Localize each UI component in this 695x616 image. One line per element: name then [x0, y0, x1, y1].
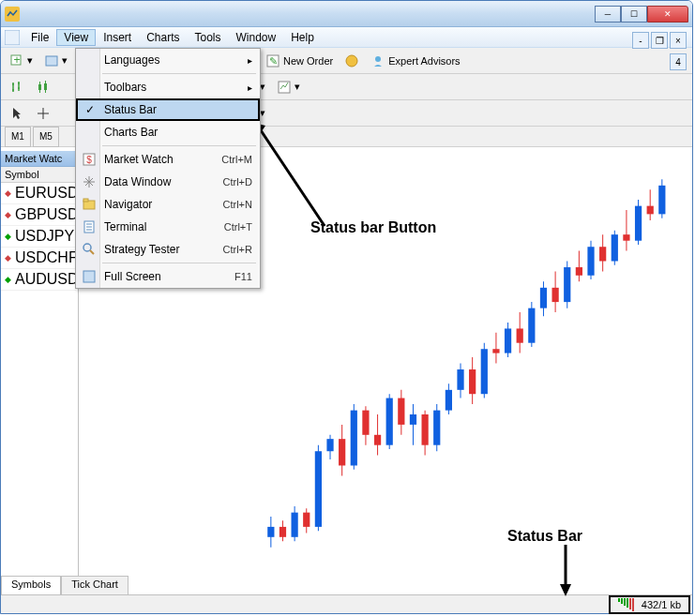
- svg-rect-23: [280, 527, 286, 537]
- svg-rect-12: [279, 82, 290, 93]
- candlestick-button[interactable]: [31, 77, 55, 98]
- menu-full-screen-label: Full Screen: [104, 270, 161, 283]
- view-dropdown: Languages ▸ Toolbars ▸ ✓ Status Bar Char…: [75, 48, 261, 289]
- menu-full-screen[interactable]: Full Screen F11: [76, 265, 260, 288]
- svg-text:✎: ✎: [269, 55, 278, 67]
- menu-status-bar-label: Status Bar: [104, 103, 157, 116]
- svg-rect-43: [398, 398, 404, 425]
- annotation-arrow-1: [254, 123, 348, 235]
- menu-market-watch[interactable]: $ Market Watch Ctrl+M: [76, 148, 260, 171]
- menu-charts-bar[interactable]: Charts Bar: [76, 121, 260, 143]
- bar-chart-button[interactable]: [5, 77, 29, 98]
- menu-insert[interactable]: Insert: [96, 29, 139, 46]
- svg-rect-39: [374, 435, 381, 445]
- menu-toolbars[interactable]: Toolbars ▸: [76, 76, 260, 98]
- menu-toolbars-label: Toolbars: [104, 81, 146, 94]
- direction-icon: ◆: [5, 188, 11, 198]
- menu-navigator-label: Navigator: [104, 198, 152, 211]
- menu-terminal[interactable]: Terminal Ctrl+T: [76, 216, 260, 238]
- symbol-row[interactable]: ◆USDCHF: [1, 248, 76, 269]
- child-restore-button[interactable]: ❐: [651, 32, 668, 49]
- svg-rect-9: [38, 84, 41, 90]
- profiles-button[interactable]: ▾: [39, 51, 72, 71]
- symbol-column-header[interactable]: Symbol: [1, 167, 76, 183]
- menu-file[interactable]: File: [23, 29, 56, 46]
- window-minimize-button[interactable]: ─: [595, 6, 621, 23]
- app-window: ─ ☐ ✕ File View Insert Charts Tools Wind…: [0, 0, 693, 614]
- metaquotes-button[interactable]: [340, 51, 364, 71]
- svg-point-7: [346, 55, 357, 67]
- menu-tools[interactable]: Tools: [188, 29, 229, 46]
- direction-icon: ◆: [5, 275, 11, 284]
- market-watch-icon: $: [82, 152, 97, 167]
- svg-rect-63: [517, 328, 523, 342]
- new-order-button[interactable]: ✎New Order: [261, 51, 338, 71]
- svg-text:+: +: [13, 53, 20, 67]
- menu-status-bar[interactable]: ✓ Status Bar: [76, 98, 260, 121]
- menu-navigator[interactable]: Navigator Ctrl+N: [76, 193, 260, 216]
- window-close-button[interactable]: ✕: [647, 6, 688, 23]
- svg-rect-85: [647, 206, 654, 215]
- notification-badge[interactable]: 4: [670, 53, 687, 70]
- svg-rect-81: [623, 234, 629, 241]
- cursor-button[interactable]: [5, 103, 29, 124]
- symbol-row[interactable]: ◆AUDUSD: [1, 269, 76, 291]
- svg-rect-29: [315, 451, 322, 527]
- svg-rect-4: [46, 56, 57, 66]
- app-menu-icon: [5, 30, 20, 45]
- symbol-name: USDJPY: [15, 228, 74, 245]
- menu-window[interactable]: Window: [229, 29, 284, 46]
- menu-charts-bar-label: Charts Bar: [104, 126, 158, 139]
- direction-icon: ◆: [5, 210, 11, 219]
- new-chart-button[interactable]: +▾: [5, 51, 38, 71]
- menu-view[interactable]: View: [56, 29, 96, 46]
- connection-status[interactable]: 432/1 kb: [609, 595, 690, 614]
- expert-advisors-button[interactable]: Expert Advisors: [366, 51, 464, 71]
- templates-button[interactable]: ▾: [272, 77, 305, 98]
- svg-rect-61: [505, 328, 511, 353]
- traffic-label: 432/1 kb: [642, 599, 681, 610]
- symbol-row[interactable]: ◆USDJPY: [1, 226, 76, 248]
- svg-marker-91: [560, 584, 571, 596]
- svg-rect-71: [564, 267, 570, 302]
- svg-rect-49: [433, 411, 440, 445]
- svg-rect-79: [612, 234, 618, 261]
- menu-data-window[interactable]: Data Window Ctrl+D: [76, 171, 260, 193]
- svg-rect-69: [551, 288, 558, 302]
- crosshair-button[interactable]: [31, 103, 55, 124]
- timeframe-m1[interactable]: M1: [5, 127, 31, 147]
- svg-rect-87: [658, 186, 665, 215]
- svg-rect-59: [492, 349, 499, 353]
- svg-rect-77: [599, 247, 606, 261]
- svg-rect-65: [528, 308, 535, 343]
- menu-strategy-tester[interactable]: Strategy Tester Ctrl+R: [76, 238, 260, 261]
- svg-rect-21: [267, 527, 274, 537]
- svg-rect-1: [5, 30, 20, 45]
- direction-icon: ◆: [5, 232, 11, 241]
- menu-charts[interactable]: Charts: [139, 29, 187, 46]
- tab-symbols[interactable]: Symbols: [1, 576, 61, 594]
- timeframe-m5[interactable]: M5: [33, 127, 59, 147]
- submenu-arrow-icon: ▸: [248, 83, 252, 93]
- svg-rect-37: [362, 411, 369, 435]
- svg-rect-33: [339, 439, 345, 465]
- svg-rect-45: [410, 414, 416, 425]
- terminal-icon: [82, 219, 97, 234]
- svg-rect-25: [292, 513, 298, 537]
- svg-point-18: [83, 244, 91, 251]
- market-watch-title: Market Watc: [1, 151, 76, 167]
- check-icon: ✓: [85, 103, 95, 116]
- child-close-button[interactable]: ×: [670, 32, 687, 49]
- tab-tick-chart[interactable]: Tick Chart: [61, 576, 128, 594]
- child-minimize-button[interactable]: -: [632, 32, 649, 49]
- navigator-icon: [82, 197, 97, 212]
- annotation-status-bar: Status Bar: [507, 528, 582, 545]
- symbol-row[interactable]: ◆GBPUSD: [1, 204, 76, 226]
- window-maximize-button[interactable]: ☐: [621, 6, 647, 23]
- symbol-name: GBPUSD: [15, 206, 79, 223]
- menu-languages[interactable]: Languages ▸: [76, 49, 260, 71]
- symbol-row[interactable]: ◆EURUSD: [1, 183, 76, 204]
- shortcut-label: Ctrl+N: [223, 199, 252, 210]
- full-screen-icon: [82, 269, 97, 284]
- menu-help[interactable]: Help: [283, 29, 322, 46]
